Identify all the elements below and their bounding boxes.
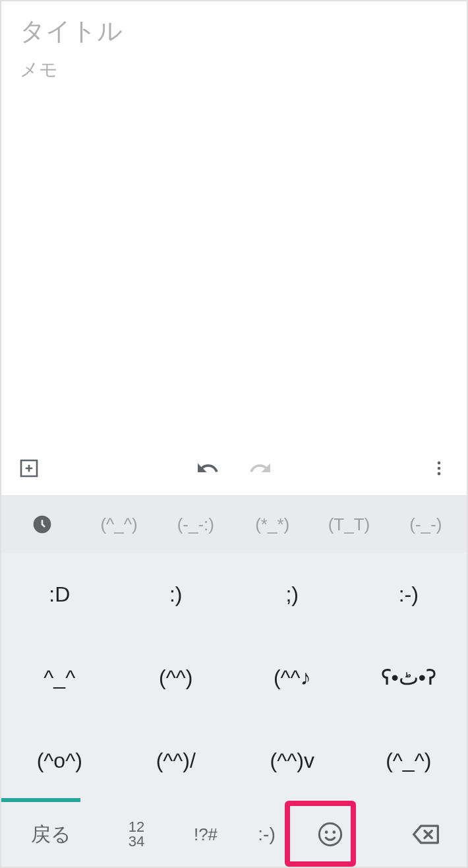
kaomoji-key[interactable]: ʕ•ٹ•ʔ — [351, 636, 467, 719]
title-input[interactable] — [20, 17, 448, 46]
kaomoji-tab-star[interactable]: (*_*) — [234, 496, 310, 553]
svg-point-1 — [438, 466, 441, 470]
kaomoji-key[interactable]: :D — [1, 553, 118, 636]
kaomoji-tab-sweat[interactable]: (-_-:) — [158, 496, 234, 553]
nums-top: 12 — [129, 820, 144, 834]
emoji-key[interactable] — [295, 802, 366, 867]
kaomoji-key[interactable]: (^^)v — [234, 719, 351, 802]
smiley-icon — [317, 821, 343, 848]
kaomoji-key[interactable]: ;) — [234, 553, 351, 636]
kaomoji-key[interactable]: ^_^ — [1, 636, 118, 719]
more-button[interactable] — [423, 452, 455, 484]
kaomoji-key[interactable]: (^_^) — [351, 719, 467, 802]
kaomoji-key[interactable]: (^o^) — [1, 719, 118, 802]
symbols-key[interactable]: !?# — [173, 802, 239, 867]
undo-icon — [196, 456, 219, 480]
kaomoji-key[interactable]: (^^)/ — [118, 719, 235, 802]
kaomoji-key[interactable]: (^^♪ — [234, 636, 351, 719]
kaomoji-key[interactable]: :-) — [239, 802, 295, 867]
svg-point-4 — [319, 823, 341, 845]
svg-point-6 — [333, 830, 336, 834]
memo-input[interactable] — [20, 57, 448, 425]
kaomoji-tab-flat[interactable]: (-_-) — [388, 496, 464, 553]
redo-icon — [249, 456, 272, 480]
svg-point-5 — [325, 830, 328, 834]
redo-button[interactable] — [245, 452, 276, 484]
kaomoji-tab-recent[interactable] — [4, 496, 80, 553]
back-key[interactable]: 戻る — [1, 802, 100, 867]
note-editor — [1, 1, 467, 441]
kaomoji-tab-happy[interactable]: (^_^) — [80, 496, 157, 553]
numbers-key[interactable]: 12 34 — [100, 802, 173, 867]
svg-point-0 — [438, 461, 441, 464]
backspace-key[interactable] — [366, 802, 467, 867]
more-vert-icon — [430, 459, 448, 478]
kaomoji-grid: :D :) ;) :-) ^_^ (^^) (^^♪ ʕ•ٹ•ʔ (^o^) (… — [1, 553, 467, 802]
keyboard-bottom-row: 戻る 12 34 !?# :-) — [1, 802, 467, 867]
kaomoji-tab-cry[interactable]: (T_T) — [310, 496, 387, 553]
svg-point-2 — [438, 472, 441, 475]
kaomoji-key[interactable]: (^^) — [118, 636, 235, 719]
kaomoji-key[interactable]: :-) — [351, 553, 467, 636]
plus-box-icon — [18, 458, 40, 479]
undo-button[interactable] — [192, 452, 223, 484]
nums-bot: 34 — [129, 834, 144, 849]
kaomoji-key[interactable]: :) — [118, 553, 235, 636]
add-button[interactable] — [13, 452, 45, 484]
clock-icon — [32, 514, 53, 535]
kaomoji-category-tabs: (^_^) (-_-:) (*_*) (T_T) (-_-) — [1, 496, 467, 553]
backspace-icon — [411, 820, 440, 849]
note-toolbar — [1, 441, 467, 496]
